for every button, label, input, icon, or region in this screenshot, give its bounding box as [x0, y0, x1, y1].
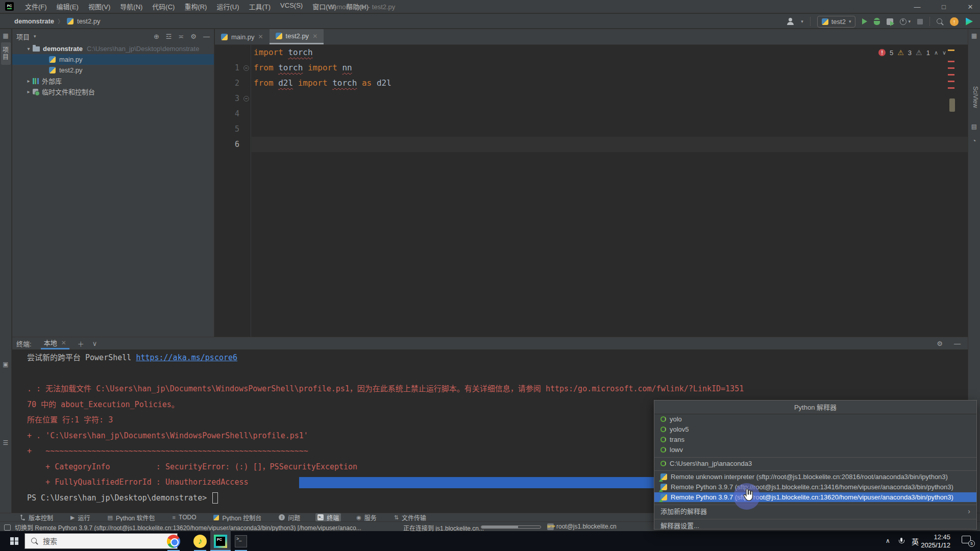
database-stripe-icon[interactable]: ▤ — [971, 123, 978, 130]
chevron-down-icon[interactable]: ∨ — [92, 340, 97, 347]
breadcrumb-project[interactable]: demonstrate — [14, 17, 54, 25]
notification-center-button[interactable]: 5 — [962, 536, 973, 545]
search-input[interactable] — [43, 537, 155, 545]
editor-tab-main[interactable]: main.py ✕ — [215, 29, 270, 44]
menu-item[interactable]: 编辑(E) — [57, 2, 79, 11]
menu-item[interactable]: 文件(F) — [25, 2, 47, 11]
close-tab-icon[interactable]: ✕ — [258, 33, 263, 40]
toolwindow-file-transfer[interactable]: ⇅ 文件传输 — [392, 513, 428, 521]
toolbox-logo-icon[interactable] — [965, 18, 973, 26]
hide-panel-icon[interactable]: — — [203, 33, 210, 40]
chevron-collapsed-icon[interactable]: ▸ — [26, 89, 32, 94]
menu-item[interactable]: 工具(T) — [249, 2, 271, 11]
interpreter-menu-item[interactable]: 添加新的解释器 — [654, 506, 976, 516]
toolwindow-terminal[interactable]: >_ 终端 — [315, 513, 341, 521]
interpreter-menu-item[interactable]: lowv — [654, 444, 976, 455]
taskbar-app-terminal[interactable]: >_ — [231, 531, 251, 551]
start-button[interactable] — [4, 531, 24, 551]
taskbar-app-pycharm[interactable]: PC — [210, 531, 231, 551]
menu-item[interactable]: 代码(C) — [152, 2, 175, 11]
close-button[interactable]: ✕ — [965, 3, 976, 11]
taskbar-app-chrome[interactable] — [163, 531, 184, 551]
inspections-widget[interactable]: ! 5 ⚠ 3 ⚠ 1 ∧ ∨ — [878, 48, 946, 57]
run-configuration-select[interactable]: test2 ▾ — [817, 16, 856, 28]
menu-item[interactable]: 运行(U) — [216, 2, 239, 11]
breadcrumb-file[interactable]: test2.py — [77, 17, 101, 25]
next-problem-icon[interactable]: ∨ — [942, 49, 946, 56]
taskbar-clock[interactable]: 12:45 2025/1/12 — [914, 533, 950, 549]
chevron-down-icon[interactable]: ▾ — [34, 34, 36, 39]
notifications-stripe-icon[interactable]: ◔ — [971, 137, 978, 144]
interpreter-menu-item[interactable] — [654, 516, 976, 520]
code-line-3[interactable]: from d2l import torch as d2l — [254, 76, 391, 91]
editor-scrollbar-thumb[interactable] — [949, 98, 955, 112]
menu-item[interactable]: 视图(V) — [88, 2, 110, 11]
run-with-coverage-button[interactable] — [887, 18, 893, 25]
scrollbar-error-mark[interactable] — [948, 61, 954, 62]
user-account-icon[interactable] — [787, 18, 794, 25]
toolwindow-version-control[interactable]: 版本控制 — [17, 513, 55, 521]
tree-row-file-test2[interactable]: test2.py — [12, 65, 214, 76]
interpreter-menu-item[interactable]: trans — [654, 435, 976, 445]
taskbar-search[interactable] — [24, 533, 178, 549]
run-button[interactable] — [862, 18, 867, 24]
minimize-button[interactable]: — — [912, 3, 923, 11]
terminal-link[interactable]: https://aka.ms/pscore6 — [136, 353, 237, 362]
remote-host-status[interactable]: root@js1.blockelite.cn — [556, 523, 617, 530]
tree-row-scratches[interactable]: ▸ 临时文件和控制台 — [12, 86, 214, 97]
chevron-down-icon[interactable]: ▾ — [801, 19, 803, 24]
toolwindow-switcher-icon[interactable]: ▦ — [2, 32, 9, 39]
new-terminal-icon[interactable]: ＋ — [78, 339, 84, 348]
prev-problem-icon[interactable]: ∧ — [934, 49, 938, 56]
code-line-1[interactable]: import torch — [254, 45, 313, 60]
locate-file-icon[interactable]: ⊕ — [154, 33, 159, 40]
interpreter-menu-item[interactable]: 解释器设置... — [654, 520, 976, 531]
interpreter-menu-item[interactable]: Remote Python 3.9.7 (sftp://root@js1.blo… — [654, 492, 976, 503]
fold-marker-icon[interactable]: − — [243, 65, 249, 71]
scrollbar-error-mark[interactable] — [948, 74, 954, 76]
debug-button[interactable] — [874, 18, 880, 25]
toolwindow-services[interactable]: ◉ 服务 — [354, 513, 379, 521]
tree-row-external-libraries[interactable]: ▸ 外部库 — [12, 76, 214, 86]
scrollbar-error-mark[interactable] — [948, 87, 954, 89]
stop-button[interactable] — [917, 19, 923, 24]
menu-item[interactable]: 导航(N) — [120, 2, 142, 11]
close-tab-icon[interactable]: ✕ — [61, 339, 66, 346]
project-panel-title[interactable]: 项目 — [16, 32, 30, 41]
scrollbar-warning-mark[interactable] — [948, 49, 954, 51]
chevron-down-icon[interactable]: ▾ — [908, 19, 911, 24]
chevron-expanded-icon[interactable]: ▾ — [26, 46, 32, 52]
microphone-icon[interactable] — [899, 538, 903, 544]
toolwindow-todo[interactable]: ≡ TODO — [170, 513, 199, 521]
menu-item[interactable]: VCS(S) — [280, 2, 303, 11]
toolwindow-python-console[interactable]: Python 控制台 — [211, 513, 263, 521]
close-tab-icon[interactable]: ✕ — [312, 33, 317, 40]
maximize-button[interactable]: □ — [938, 3, 949, 11]
settings-gear-icon[interactable]: ⚙ — [190, 33, 197, 40]
layout-stripe-icon[interactable]: ▦ — [971, 32, 978, 39]
search-everywhere-icon[interactable] — [937, 18, 943, 25]
interpreter-menu-item[interactable]: C:\Users\han_jp\anaconda3 — [654, 458, 976, 468]
update-available-icon[interactable]: ↑ — [950, 17, 959, 26]
toolwindow-run[interactable]: ▶ 运行 — [68, 513, 92, 521]
toolwindow-python-packages[interactable]: ▤ Python 软件包 — [106, 513, 157, 521]
tree-row-file-main[interactable]: main.py — [12, 54, 214, 65]
terminal-settings-gear-icon[interactable]: ⚙ — [937, 340, 943, 347]
collapse-all-icon[interactable]: ≍ — [178, 33, 184, 40]
editor-area[interactable]: main.py ✕ test2.py ✕ 1 2 3 4 5 6 − − imp… — [215, 29, 968, 337]
interpreter-menu-item[interactable]: Remote unknown interpreter (sftp://root@… — [654, 472, 976, 482]
toolwindow-problems[interactable]: ! 问题 — [277, 513, 302, 521]
tree-row-project-root[interactable]: ▾ demonstrate C:\Users\han_jp\Desktop\de… — [12, 43, 214, 54]
code-line-2[interactable]: from torch import nn — [254, 60, 352, 76]
scrollbar-error-mark[interactable] — [948, 81, 954, 82]
chevron-collapsed-icon[interactable]: ▸ — [26, 78, 32, 84]
scrollbar-error-mark[interactable] — [948, 67, 954, 69]
project-stripe-button[interactable]: 项目 — [1, 42, 11, 65]
sciview-stripe-button[interactable]: SciView — [970, 86, 979, 108]
breadcrumb[interactable]: demonstrate 〉 test2.py — [14, 17, 101, 25]
interpreter-menu-item[interactable]: Remote Python 3.9.7 (sftp://root@js1.blo… — [654, 482, 976, 492]
expand-all-icon[interactable]: ☲ — [166, 33, 172, 40]
interpreter-menu-item[interactable] — [654, 502, 976, 506]
taskbar-app-qqmusic[interactable]: ♪ — [190, 531, 210, 551]
tray-expand-icon[interactable]: ∧ — [886, 537, 890, 544]
